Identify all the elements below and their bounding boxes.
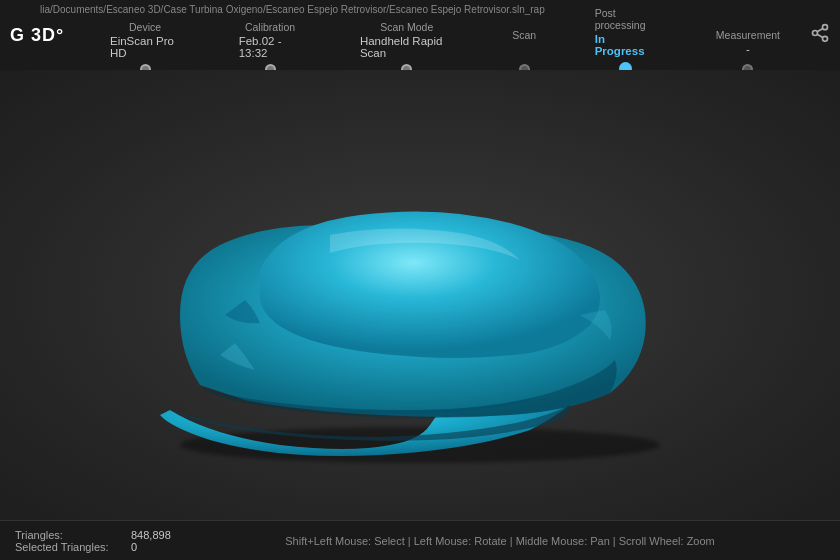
triangles-label: Triangles: [15,529,125,541]
pipeline-step-device: Device EinScan Pro HD [110,21,180,75]
step-scan-value [523,43,526,59]
step-post-value: In Progress [595,33,658,57]
svg-point-2 [823,36,828,41]
step-calibration-label: Calibration [245,21,295,33]
step-device-value: EinScan Pro HD [110,35,180,59]
logo: G 3D° [10,25,64,46]
topbar: lia/Documents/Escaneo 3D/Case Turbina Ox… [0,0,840,70]
stats-panel: Triangles: 848,898 Selected Triangles: 0 [15,529,175,553]
svg-point-1 [813,31,818,36]
pipeline-step-scanmode: Scan Mode Handheld Rapid Scan [360,21,454,75]
logo-area: G 3D° [10,25,90,46]
svg-line-3 [817,34,823,37]
step-measure-label: Measurement [716,29,780,41]
step-scanmode-value: Handheld Rapid Scan [360,35,454,59]
svg-line-4 [817,28,823,31]
triangles-row: Triangles: 848,898 [15,529,175,541]
step-post-label: Post processing [595,7,658,31]
step-scan-label: Scan [512,29,536,41]
selected-value: 0 [131,541,137,553]
step-measure-value: - [746,43,750,59]
svg-point-0 [823,25,828,30]
pipeline-step-calibration: Calibration Feb.02 - 13:32 [239,21,302,75]
step-device-label: Device [129,21,161,33]
step-calibration-value: Feb.02 - 13:32 [239,35,302,59]
3d-viewport[interactable] [0,70,840,520]
pipeline-step-postprocessing: Post processing In Progress [595,7,658,75]
pipeline-step-scan: Scan [512,29,536,75]
pipeline: Device EinScan Pro HD Calibration Feb.02… [90,7,800,75]
help-text: Shift+Left Mouse: Select | Left Mouse: R… [175,535,825,547]
triangles-value: 848,898 [131,529,171,541]
selected-label: Selected Triangles: [15,541,125,553]
selected-row: Selected Triangles: 0 [15,541,175,553]
statusbar: Triangles: 848,898 Selected Triangles: 0… [0,520,840,560]
breadcrumb: lia/Documents/Escaneo 3D/Case Turbina Ox… [40,4,545,15]
pipeline-step-measurement: Measurement - [716,29,780,75]
share-icon[interactable] [810,23,830,47]
step-scanmode-label: Scan Mode [380,21,433,33]
hat-model [80,115,760,475]
